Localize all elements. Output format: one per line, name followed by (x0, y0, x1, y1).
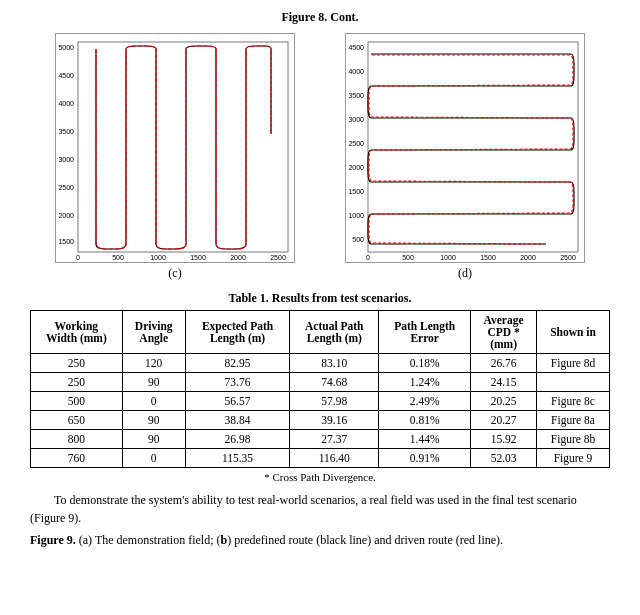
table-cell: 20.27 (471, 411, 537, 430)
table-cell: 73.76 (185, 373, 290, 392)
svg-text:1000: 1000 (348, 212, 364, 219)
svg-rect-30 (368, 42, 578, 252)
table-cell: 500 (31, 392, 123, 411)
svg-text:5000: 5000 (58, 44, 74, 51)
table-cell: 90 (122, 411, 185, 430)
table-cell: 38.84 (185, 411, 290, 430)
table-cell: 1.44% (379, 430, 471, 449)
col-avg-cpd: AverageCPD *(mm) (471, 311, 537, 354)
svg-text:4500: 4500 (58, 72, 74, 79)
table-cell (537, 373, 610, 392)
svg-text:1500: 1500 (190, 254, 206, 261)
svg-text:1000: 1000 (150, 254, 166, 261)
svg-text:4500: 4500 (348, 44, 364, 51)
table-cell: 800 (31, 430, 123, 449)
svg-text:3000: 3000 (348, 116, 364, 123)
results-table: WorkingWidth (mm) DrivingAngle Expected … (30, 310, 610, 468)
svg-text:2500: 2500 (58, 184, 74, 191)
table-row: 2509073.7674.681.24%24.15 (31, 373, 610, 392)
table-cell: 115.35 (185, 449, 290, 468)
table-cell: 82.95 (185, 354, 290, 373)
table-cell: 250 (31, 354, 123, 373)
subfig-c-label: (c) (168, 266, 181, 281)
table-cell: 0.81% (379, 411, 471, 430)
table-cell: 57.98 (290, 392, 379, 411)
table-row: 7600115.35116.400.91%52.03Figure 9 (31, 449, 610, 468)
figure9-label: Figure 9. (30, 533, 76, 547)
col-working-width: WorkingWidth (mm) (31, 311, 123, 354)
table-cell: 1.24% (379, 373, 471, 392)
table-cell: 15.92 (471, 430, 537, 449)
svg-text:2500: 2500 (270, 254, 286, 261)
col-shown-in: Shown in (537, 311, 610, 354)
table-cell: 0.18% (379, 354, 471, 373)
table-cell: 120 (122, 354, 185, 373)
svg-text:500: 500 (352, 236, 364, 243)
svg-text:1500: 1500 (480, 254, 496, 261)
subfig-d-label: (d) (458, 266, 472, 281)
col-expected-path: Expected PathLength (m) (185, 311, 290, 354)
svg-text:3000: 3000 (58, 156, 74, 163)
table-row: 500056.5757.982.49%20.25Figure 8c (31, 392, 610, 411)
table-cell: 2.49% (379, 392, 471, 411)
svg-text:2000: 2000 (58, 212, 74, 219)
svg-text:0: 0 (366, 254, 370, 261)
table-row: 8009026.9827.371.44%15.92Figure 8b (31, 430, 610, 449)
figure-caption: Figure 8. Cont. (30, 10, 610, 25)
svg-rect-14 (78, 42, 288, 252)
table-cell: 52.03 (471, 449, 537, 468)
figures-row: 5000 4500 4000 3500 3000 2500 2000 1500 … (30, 33, 610, 281)
table-cell: 26.98 (185, 430, 290, 449)
table-cell: 27.37 (290, 430, 379, 449)
svg-text:0: 0 (76, 254, 80, 261)
col-actual-path: Actual PathLength (m) (290, 311, 379, 354)
col-path-length-error: Path LengthError (379, 311, 471, 354)
svg-text:1000: 1000 (440, 254, 456, 261)
table-cell: 74.68 (290, 373, 379, 392)
table-row: 25012082.9583.100.18%26.76Figure 8d (31, 354, 610, 373)
table-cell: 90 (122, 373, 185, 392)
col-driving-angle: DrivingAngle (122, 311, 185, 354)
table-cell: 20.25 (471, 392, 537, 411)
table-cell: 24.15 (471, 373, 537, 392)
table-cell: 56.57 (185, 392, 290, 411)
svg-text:2500: 2500 (560, 254, 576, 261)
table-cell: 83.10 (290, 354, 379, 373)
table-footnote: * Cross Path Divergence. (30, 471, 610, 483)
figure-c: 5000 4500 4000 3500 3000 2500 2000 1500 … (55, 33, 295, 281)
table-cell: Figure 8a (537, 411, 610, 430)
table-cell: 0.91% (379, 449, 471, 468)
body-text: To demonstrate the system's ability to t… (30, 491, 610, 527)
figure-d: 4500 4000 3500 3000 2500 2000 1500 1000 … (345, 33, 585, 281)
svg-text:3500: 3500 (58, 128, 74, 135)
table-cell: 0 (122, 449, 185, 468)
svg-text:500: 500 (112, 254, 124, 261)
svg-text:4000: 4000 (348, 68, 364, 75)
svg-text:500: 500 (402, 254, 414, 261)
table-cell: Figure 8d (537, 354, 610, 373)
svg-text:2000: 2000 (348, 164, 364, 171)
table-cell: 26.76 (471, 354, 537, 373)
table-cell: 90 (122, 430, 185, 449)
table-row: 6509038.8439.160.81%20.27Figure 8a (31, 411, 610, 430)
svg-text:1500: 1500 (58, 238, 74, 245)
svg-text:2000: 2000 (520, 254, 536, 261)
table-caption: Table 1. Results from test scenarios. (30, 291, 610, 306)
table-cell: Figure 8b (537, 430, 610, 449)
svg-text:2000: 2000 (230, 254, 246, 261)
svg-text:2500: 2500 (348, 140, 364, 147)
table-cell: 0 (122, 392, 185, 411)
table-cell: Figure 8c (537, 392, 610, 411)
table-cell: Figure 9 (537, 449, 610, 468)
table-cell: 39.16 (290, 411, 379, 430)
svg-text:1500: 1500 (348, 188, 364, 195)
table-cell: 650 (31, 411, 123, 430)
table-cell: 760 (31, 449, 123, 468)
svg-text:4000: 4000 (58, 100, 74, 107)
table-cell: 250 (31, 373, 123, 392)
figure9-caption: Figure 9. (a) The demonstration field; (… (30, 533, 610, 548)
figure9-text: (a) The demonstration field; (b) predefi… (79, 533, 503, 547)
table-cell: 116.40 (290, 449, 379, 468)
svg-text:3500: 3500 (348, 92, 364, 99)
